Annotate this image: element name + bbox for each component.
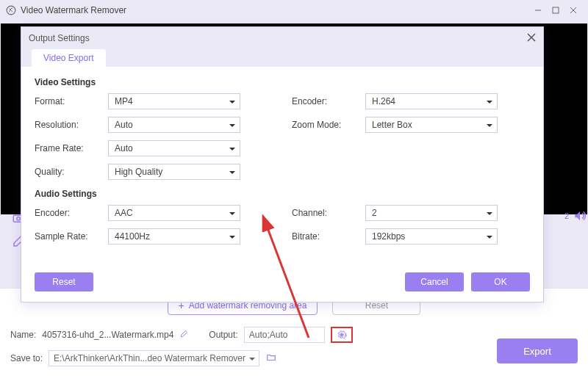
volume-icon[interactable]	[573, 209, 587, 222]
channel-select[interactable]: 2	[365, 205, 498, 221]
svg-point-6	[17, 217, 21, 221]
audio-encoder-select[interactable]: AAC	[108, 205, 240, 221]
app-title: Video Watermark Remover	[21, 5, 126, 15]
samplerate-label: Sample Rate:	[35, 231, 108, 242]
tab-video-export[interactable]: Video Export	[32, 49, 106, 67]
zoom-select[interactable]: Letter Box	[365, 117, 498, 133]
bitrate-select[interactable]: 192kbps	[365, 228, 498, 244]
format-select[interactable]: MP4	[108, 93, 240, 109]
export-button[interactable]: Export	[497, 338, 578, 363]
minimize-button[interactable]	[529, 3, 547, 18]
counter-value: 2	[564, 211, 569, 220]
output-settings-modal: Output Settings Video Export Video Setti…	[21, 26, 544, 303]
cancel-button[interactable]: Cancel	[405, 272, 464, 291]
modal-title: Output Settings	[29, 33, 90, 43]
resolution-label: Resolution:	[35, 120, 108, 130]
encoder-select[interactable]: H.264	[365, 93, 498, 109]
name-value: 4057316-uhd_2...Watermark.mp4	[42, 330, 173, 340]
titlebar: Video Watermark Remover	[0, 0, 588, 21]
zoom-label: Zoom Mode:	[292, 120, 365, 130]
ok-button[interactable]: OK	[471, 272, 530, 291]
audio-encoder-label: Encoder:	[35, 208, 108, 218]
modal-reset-button[interactable]: Reset	[35, 272, 93, 291]
save-to-label: Save to:	[10, 353, 43, 363]
name-label: Name:	[10, 330, 36, 340]
modal-close-button[interactable]	[527, 33, 536, 44]
quality-select[interactable]: High Quality	[108, 164, 240, 180]
resolution-select[interactable]: Auto	[108, 117, 240, 133]
format-label: Format:	[35, 96, 108, 106]
quality-label: Quality:	[35, 167, 108, 177]
framerate-label: Frame Rate:	[35, 143, 108, 153]
open-folder-button[interactable]	[265, 352, 277, 365]
close-window-button[interactable]	[564, 3, 582, 18]
channel-label: Channel:	[292, 208, 365, 218]
bitrate-label: Bitrate:	[292, 231, 365, 242]
framerate-select[interactable]: Auto	[108, 140, 240, 156]
right-controls: 2	[564, 209, 587, 222]
samplerate-select[interactable]: 44100Hz	[108, 228, 240, 244]
video-settings-heading: Video Settings	[35, 77, 530, 87]
svg-point-7	[340, 333, 343, 336]
output-label: Output:	[209, 330, 237, 340]
svg-rect-2	[553, 7, 559, 13]
output-settings-button[interactable]	[331, 327, 353, 343]
gear-icon	[337, 330, 347, 340]
edit-name-button[interactable]	[179, 330, 188, 341]
output-field[interactable]	[244, 327, 325, 343]
save-to-select[interactable]: E:\ArkThinker\ArkThin...deo Watermark Re…	[49, 350, 259, 366]
encoder-label: Encoder:	[292, 96, 365, 106]
app-logo-icon	[6, 5, 16, 15]
maximize-button[interactable]	[547, 3, 564, 18]
audio-settings-heading: Audio Settings	[35, 189, 530, 199]
